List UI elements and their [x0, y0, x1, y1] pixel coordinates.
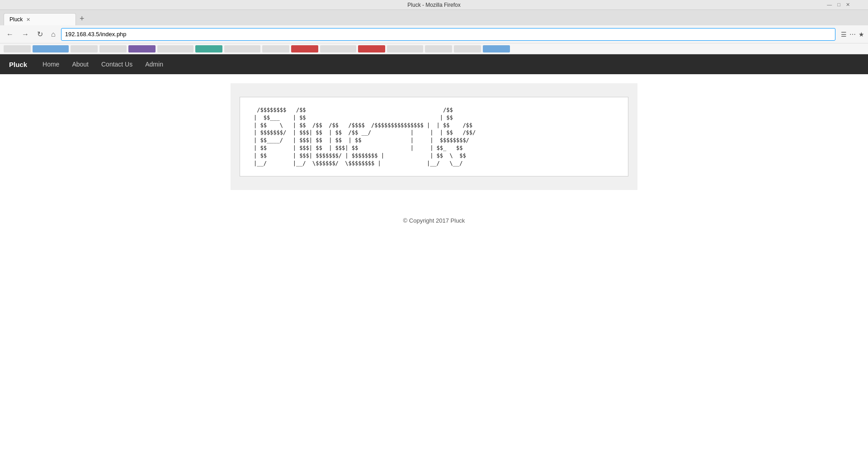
ascii-art: /$$$$$$$$ /$$ /$$ | $$___ | $$ | $$ | $$… — [254, 106, 614, 167]
bookmark-12[interactable] — [358, 45, 385, 52]
browser-tab-bar: Pluck ✕ + — [0, 10, 868, 25]
more-options-icon[interactable]: ⋯ — [849, 31, 856, 38]
bookmarks-bar — [0, 43, 868, 54]
window-minimize[interactable]: — — [827, 2, 832, 8]
nav-admin[interactable]: Admin — [139, 54, 170, 74]
browser-title: Pluck - Mozilla Firefox — [407, 2, 460, 8]
reader-view-icon[interactable]: ☰ — [841, 31, 847, 38]
bookmark-8[interactable] — [224, 45, 260, 52]
bookmark-7[interactable] — [195, 45, 222, 52]
toolbar-icons: ☰ ⋯ ★ — [841, 31, 864, 38]
browser-tab[interactable]: Pluck ✕ — [4, 13, 76, 25]
bookmark-9[interactable] — [262, 45, 289, 52]
new-tab-button[interactable]: + — [76, 12, 88, 25]
bookmark-14[interactable] — [425, 45, 452, 52]
site-brand: Pluck — [9, 61, 27, 68]
bookmark-13[interactable] — [387, 45, 423, 52]
bookmark-1[interactable] — [4, 45, 31, 52]
bookmark-15[interactable] — [454, 45, 481, 52]
bookmark-3[interactable] — [71, 45, 98, 52]
tab-close-button[interactable]: ✕ — [26, 17, 30, 23]
forward-button[interactable]: → — [19, 29, 32, 40]
window-close[interactable]: ✕ — [846, 2, 850, 8]
bookmark-16[interactable] — [483, 45, 510, 52]
ascii-art-box: /$$$$$$$$ /$$ /$$ | $$___ | $$ | $$ | $$… — [240, 97, 628, 176]
bookmark-11[interactable] — [320, 45, 356, 52]
browser-toolbar: ← → ↻ ⌂ ☰ ⋯ ★ — [0, 25, 868, 43]
home-button[interactable]: ⌂ — [48, 29, 58, 40]
bookmark-4[interactable] — [99, 45, 127, 52]
nav-home[interactable]: Home — [36, 54, 66, 74]
site-nav: Pluck Home About Contact Us Admin — [0, 54, 868, 74]
bookmark-10[interactable] — [291, 45, 318, 52]
copyright-text: © Copyright 2017 Pluck — [403, 217, 465, 224]
window-maximize[interactable]: □ — [837, 2, 840, 8]
bookmark-star-icon[interactable]: ★ — [859, 31, 864, 38]
nav-contact[interactable]: Contact Us — [95, 54, 139, 74]
bookmark-2[interactable] — [33, 45, 69, 52]
site-main-content: /$$$$$$$$ /$$ /$$ | $$___ | $$ | $$ | $$… — [231, 83, 637, 190]
nav-about[interactable]: About — [66, 54, 95, 74]
tab-label: Pluck — [9, 16, 23, 23]
browser-titlebar: Pluck - Mozilla Firefox — □ ✕ — [0, 0, 868, 10]
back-button[interactable]: ← — [4, 29, 16, 40]
url-bar[interactable] — [61, 28, 835, 41]
site-footer: © Copyright 2017 Pluck — [0, 208, 868, 233]
bookmark-5[interactable] — [128, 45, 156, 52]
reload-button[interactable]: ↻ — [34, 28, 46, 40]
bookmark-6[interactable] — [157, 45, 193, 52]
